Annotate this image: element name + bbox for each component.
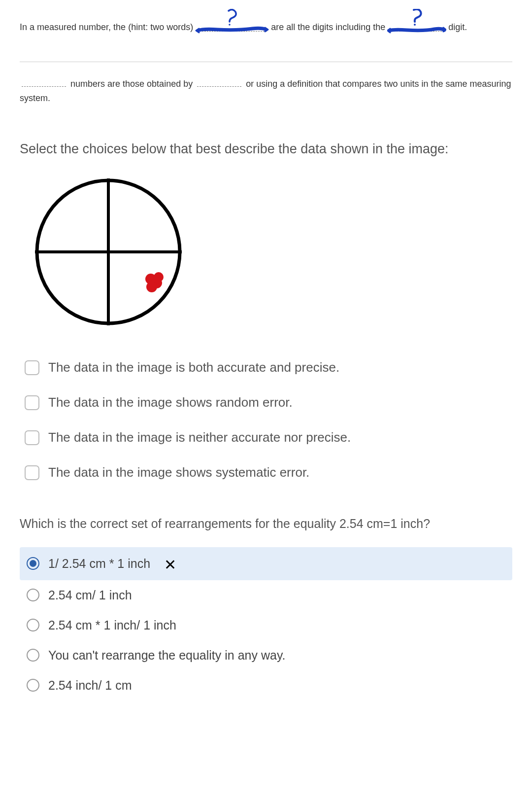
radio-filled-icon[interactable] bbox=[27, 557, 39, 570]
option-label: The data in the image is neither accurat… bbox=[48, 430, 351, 445]
radio-icon[interactable] bbox=[27, 679, 39, 692]
question-mark-scribble-icon bbox=[387, 9, 446, 37]
svg-point-7 bbox=[146, 281, 157, 292]
blank-scribble-2[interactable] bbox=[387, 15, 446, 35]
crosshair-target-icon bbox=[30, 175, 187, 328]
radio-icon[interactable] bbox=[27, 619, 39, 631]
blank-input-1[interactable] bbox=[22, 78, 66, 87]
radio-option[interactable]: 2.54 cm * 1 inch/ 1 inch bbox=[20, 610, 512, 640]
option-label: 2.54 cm * 1 inch/ 1 inch bbox=[48, 618, 176, 632]
question-mark-scribble-icon bbox=[195, 9, 269, 37]
wrong-mark-icon: ✕ bbox=[164, 556, 176, 573]
checkbox-icon[interactable] bbox=[25, 430, 39, 445]
q1-text-part3: digit. bbox=[448, 20, 467, 35]
divider bbox=[20, 62, 512, 62]
checkbox-option[interactable]: The data in the image shows random error… bbox=[20, 395, 512, 410]
checkbox-icon[interactable] bbox=[25, 465, 39, 480]
checkbox-icon[interactable] bbox=[25, 360, 39, 375]
q2-text-part1: numbers are those obtained by bbox=[70, 79, 193, 89]
blank-scribble-1[interactable] bbox=[195, 15, 269, 35]
option-label: 2.54 inch/ 1 cm bbox=[48, 678, 132, 693]
q1-text-part2: are all the digits including the bbox=[271, 20, 385, 35]
radio-icon[interactable] bbox=[27, 649, 39, 662]
checkbox-option[interactable]: The data in the image is both accurate a… bbox=[20, 360, 512, 375]
option-label: 1/ 2.54 cm * 1 inch bbox=[48, 557, 150, 571]
option-label: The data in the image shows random error… bbox=[48, 395, 293, 410]
q1-text-part1: In a measured number, the (hint: two wor… bbox=[20, 20, 193, 35]
checkbox-option[interactable]: The data in the image is neither accurat… bbox=[20, 430, 512, 445]
checkbox-option[interactable]: The data in the image shows systematic e… bbox=[20, 465, 512, 480]
option-label: You can't rearrange the equality in any … bbox=[48, 648, 285, 663]
q4-options: 1/ 2.54 cm * 1 inch ✕ 2.54 cm/ 1 inch 2.… bbox=[20, 547, 512, 700]
q3-prompt: Select the choices below that best descr… bbox=[20, 140, 512, 159]
radio-icon[interactable] bbox=[27, 589, 39, 601]
q4-prompt: Which is the correct set of rearrangemen… bbox=[20, 515, 512, 533]
svg-point-8 bbox=[154, 272, 164, 282]
radio-option[interactable]: You can't rearrange the equality in any … bbox=[20, 640, 512, 670]
svg-point-0 bbox=[229, 24, 231, 26]
fill-blank-question-1: In a measured number, the (hint: two wor… bbox=[20, 15, 512, 35]
checkbox-icon[interactable] bbox=[25, 395, 39, 410]
option-label: The data in the image is both accurate a… bbox=[48, 360, 339, 375]
blank-input-2[interactable] bbox=[197, 78, 241, 87]
q3-options: The data in the image is both accurate a… bbox=[20, 360, 512, 480]
fill-blank-question-2: numbers are those obtained by or using a… bbox=[20, 77, 512, 105]
target-diagram bbox=[30, 175, 512, 330]
radio-option[interactable]: 2.54 inch/ 1 cm bbox=[20, 670, 512, 700]
svg-point-1 bbox=[414, 24, 416, 26]
radio-option-selected[interactable]: 1/ 2.54 cm * 1 inch ✕ bbox=[20, 547, 512, 580]
option-label: 2.54 cm/ 1 inch bbox=[48, 588, 132, 602]
option-label: The data in the image shows systematic e… bbox=[48, 465, 309, 480]
radio-option[interactable]: 2.54 cm/ 1 inch bbox=[20, 580, 512, 610]
